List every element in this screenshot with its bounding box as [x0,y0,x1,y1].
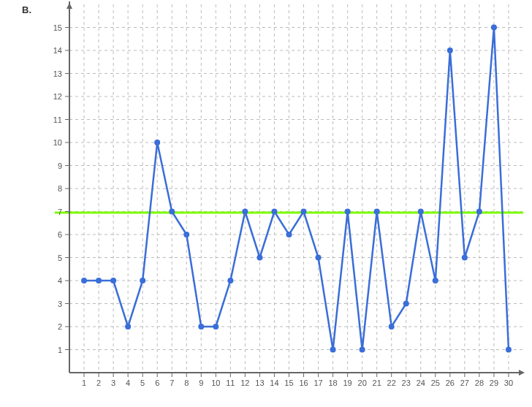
x-tick-label: 14 [270,379,278,387]
y-tick-label: 10 [53,138,62,147]
data-point [389,324,395,330]
y-axis-arrow [66,3,72,9]
data-point [418,209,424,215]
data-point [198,324,204,330]
x-tick-label: 4 [126,379,130,387]
y-tick-label: 14 [53,46,62,55]
x-tick-label: 26 [446,379,455,387]
y-tick-label: 5 [58,254,62,262]
x-tick-label: 29 [490,379,498,387]
x-tick-label: 22 [387,379,396,387]
x-tick-label: 17 [314,379,322,387]
x-tick-label: 30 [504,379,513,387]
x-tick-label: 28 [475,379,484,387]
x-tick-label: 18 [328,379,337,387]
data-point [447,47,453,53]
y-tick-label: 2 [58,322,62,331]
data-point [271,209,277,215]
x-tick-label: 11 [226,379,235,387]
x-tick-label: 27 [460,379,469,387]
x-tick-label: 3 [111,379,115,387]
y-tick-label: 12 [53,92,62,101]
data-point [330,347,336,353]
y-tick-label: 13 [53,69,62,78]
y-tick-label: 4 [58,276,62,285]
x-tick-label: 16 [299,379,308,387]
x-tick-label: 13 [255,379,264,387]
y-tick-label: 9 [58,161,62,170]
y-tick-label: 7 [58,208,62,216]
data-point [476,209,482,215]
data-point [256,255,262,261]
x-tick-label: 15 [284,379,293,387]
data-point [301,209,307,215]
x-tick-label: 25 [431,379,440,387]
x-tick-label: 9 [199,379,203,387]
x-tick-label: 1 [82,379,86,387]
data-point [316,255,322,261]
data-point [345,209,351,215]
data-point [403,301,409,307]
x-tick-label: 21 [373,379,381,387]
y-tick-label: 3 [58,300,62,308]
data-point [169,209,175,215]
y-tick-label: 8 [58,184,62,193]
data-point [125,324,131,330]
x-tick-label: 7 [170,379,174,387]
y-tick-label: 6 [58,230,62,239]
data-point [140,278,145,284]
data-point [506,347,512,353]
x-tick-label: 19 [343,379,352,387]
data-point [242,209,248,215]
data-point [433,278,438,284]
data-point [81,278,87,284]
data-point [491,25,497,31]
y-tick-label: 1 [58,346,62,354]
data-point [213,324,218,330]
y-tick-label: 11 [53,115,62,124]
x-tick-label: 23 [402,379,411,387]
data-point [462,255,468,261]
x-axis-arrow [519,370,525,376]
data-point [110,278,116,284]
x-tick-label: 24 [417,379,425,387]
data-point [154,140,160,145]
x-tick-label: 8 [184,379,189,387]
x-tick-label: 10 [211,379,220,387]
data-point [360,347,365,353]
x-tick-label: 6 [155,379,159,387]
data-point [286,232,292,237]
data-point [183,232,189,237]
data-point [374,209,380,215]
x-tick-label: 2 [96,379,101,387]
y-tick-label: 15 [53,23,62,32]
line-chart: 1234567891011121314151617181920212223242… [0,0,532,407]
x-tick-label: 20 [358,379,367,387]
data-point [227,278,233,284]
x-tick-label: 5 [140,379,145,387]
x-tick-label: 12 [240,379,249,387]
data-point [96,278,102,284]
